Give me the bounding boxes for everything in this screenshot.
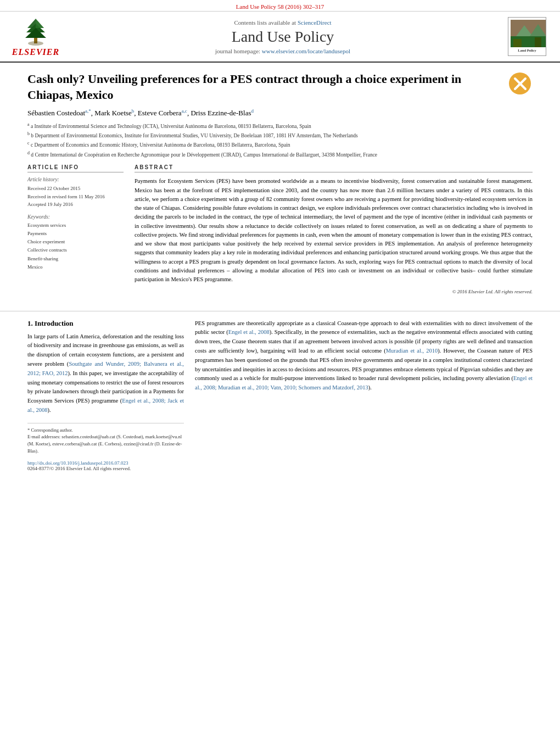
keyword-collective: Collective contracts xyxy=(27,246,124,254)
svg-rect-7 xyxy=(511,36,546,47)
article-title: Cash only? Unveiling preferences for a P… xyxy=(27,71,502,103)
elsevier-wordmark: ELSEVIER xyxy=(12,47,59,57)
copyright-notice: © 2016 Elsevier Ltd. All rights reserved… xyxy=(135,289,533,294)
introduction-left-paragraph: In large parts of Latin America, defores… xyxy=(27,332,184,415)
homepage-label: journal homepage: xyxy=(215,48,260,54)
abstract-text: Payments for Ecosystem Services (PES) ha… xyxy=(135,177,533,284)
affiliations-section: a a Institute of Environmental Science a… xyxy=(27,121,533,159)
affiliation-b: b b Department of Environmental Economic… xyxy=(27,131,533,140)
journal-cover-logo: Land Policy xyxy=(505,17,549,55)
journal-reference: Land Use Policy 58 (2016) 302–317 xyxy=(0,0,560,12)
affiliation-a: a a Institute of Environmental Science a… xyxy=(27,121,533,130)
keyword-payments: Payments xyxy=(27,230,124,238)
email-koetse[interactable]: mark.koetse@vu.nl xyxy=(145,434,182,439)
journal-homepage: journal homepage: www.elsevier.com/locat… xyxy=(60,48,505,54)
svg-point-1 xyxy=(28,41,43,46)
article-info-title: ARTICLE INFO xyxy=(27,164,124,172)
article-body: Cash only? Unveiling preferences for a P… xyxy=(0,63,560,303)
email-corbera[interactable]: esteve.corbera@uab.cat xyxy=(52,441,97,447)
author-costedoat: Sébastien Costedoat xyxy=(27,109,85,118)
sciencedirect-link[interactable]: ScienceDirect xyxy=(298,19,332,26)
keywords-label: Keywords: xyxy=(27,214,124,220)
elsevier-tree-icon xyxy=(19,16,52,46)
keyword-mexico: Mexico xyxy=(27,263,124,271)
keyword-benefit: Benefit-sharing xyxy=(27,255,124,263)
ref-muradian[interactable]: Muradian et al., 2010 xyxy=(386,348,438,354)
abstract-title: ABSTRACT xyxy=(135,164,533,172)
email-costedoat[interactable]: sebastien.costedoat@uab.cat xyxy=(61,434,115,439)
affiliation-c: c c Department of Economics and Economic… xyxy=(27,140,533,149)
elsevier-logo: ELSEVIER xyxy=(11,16,60,57)
keyword-choice: Choice experiment xyxy=(27,238,124,246)
journal-title: Land Use Policy xyxy=(60,28,505,46)
svg-marker-4 xyxy=(25,28,46,38)
introduction-right: PES programmes are theoretically appropr… xyxy=(195,319,533,471)
cover-image-icon xyxy=(511,20,546,47)
article-info-abstract: ARTICLE INFO Article history: Received 2… xyxy=(27,164,533,294)
accepted-date: Accepted 19 July 2016 xyxy=(27,200,124,208)
ref-southgate[interactable]: Southgate and Wunder, 2009; Balvanera et… xyxy=(27,361,184,376)
svg-marker-5 xyxy=(36,19,44,28)
footnote-emails: E-mail addresses: sebastien.costedoat@ua… xyxy=(27,433,184,454)
article-dates: Received 22 October 2015 Received in rev… xyxy=(27,185,124,208)
svg-rect-11 xyxy=(535,37,541,47)
ref-engel[interactable]: Engel et al., 2008; Jack et al., 2008 xyxy=(27,398,184,413)
keywords-list: Ecosystem services Payments Choice exper… xyxy=(27,221,124,272)
doi-issn: 0264-8377/© 2016 Elsevier Ltd. All right… xyxy=(27,466,184,471)
doi-section: http://dx.doi.org/10.1016/j.landusepol.2… xyxy=(27,460,184,471)
received-date-revised: Received in revised form 11 May 2016 xyxy=(27,193,124,200)
land-use-policy-label: Land Policy xyxy=(511,48,544,53)
contents-label: Contents lists available at xyxy=(234,19,296,26)
email-ezzine[interactable]: ezzine@cirad.fr xyxy=(124,441,153,447)
article-history-label: Article history: xyxy=(27,177,124,182)
affiliation-d: d d Centre International de Coopération … xyxy=(27,150,533,159)
abstract-panel: ABSTRACT Payments for Ecosystem Services… xyxy=(135,164,533,294)
doi-url[interactable]: http://dx.doi.org/10.1016/j.landusepol.2… xyxy=(27,460,184,466)
introduction-title: 1. Introduction xyxy=(27,319,184,328)
journal-header: ELSEVIER Contents lists available at Sci… xyxy=(0,12,560,63)
author-koetse: Mark Koetse xyxy=(94,109,132,118)
land-use-policy-box: Land Policy xyxy=(508,17,546,55)
crossmark-icon xyxy=(508,71,533,96)
authors-line: Sébastien Costedoata,*, Mark Koetseb, Es… xyxy=(27,108,533,118)
author-ezzine: Driss Ezzine-de-Blas xyxy=(191,109,251,118)
received-date-1: Received 22 October 2015 xyxy=(27,185,124,192)
ref-engel2[interactable]: Engel et al., 2008 xyxy=(228,329,270,335)
sciencedirect-line: Contents lists available at ScienceDirec… xyxy=(60,19,505,26)
journal-header-center: Contents lists available at ScienceDirec… xyxy=(60,19,505,54)
keyword-ecosystem: Ecosystem services xyxy=(27,221,124,230)
footnote-star: * Corresponding author. xyxy=(27,427,184,434)
svg-rect-10 xyxy=(513,39,522,47)
journal-ref-text: Land Use Policy 58 (2016) 302–317 xyxy=(236,3,324,10)
homepage-link[interactable]: www.elsevier.com/locate/landusepol xyxy=(262,48,350,54)
introduction-left: 1. Introduction In large parts of Latin … xyxy=(27,319,184,471)
author-corbera: Esteve Corbera xyxy=(138,109,182,118)
introduction-right-paragraph: PES programmes are theoretically appropr… xyxy=(195,319,533,393)
article-title-section: Cash only? Unveiling preferences for a P… xyxy=(27,71,533,103)
section-divider xyxy=(0,311,560,311)
journal-cover-image xyxy=(511,20,546,47)
article-info-panel: ARTICLE INFO Article history: Received 2… xyxy=(27,164,124,294)
ref-engel3[interactable]: Engel et al., 2008; Muradian et al., 201… xyxy=(195,375,533,390)
main-content-section: 1. Introduction In large parts of Latin … xyxy=(0,319,560,471)
footnotes-section: * Corresponding author. E-mail addresses… xyxy=(27,423,184,455)
